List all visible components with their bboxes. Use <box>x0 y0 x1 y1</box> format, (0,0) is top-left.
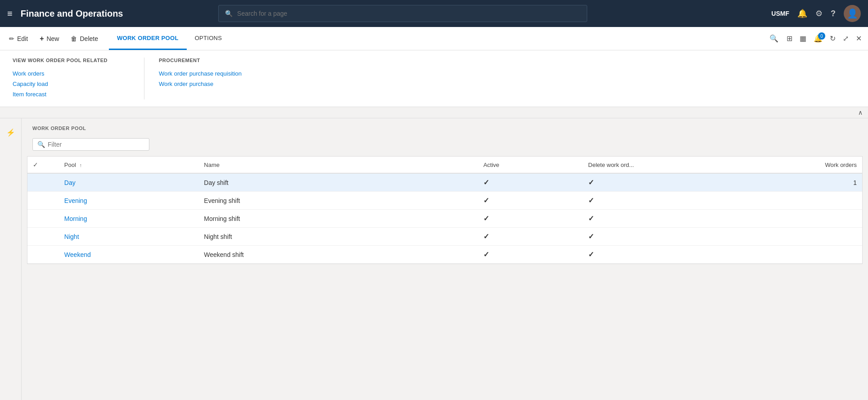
office-icon: ▦ <box>800 35 806 42</box>
nav-right: USMF 🔔 ⚙ ? 👤 <box>771 5 861 22</box>
edit-label: Edit <box>17 35 28 42</box>
row-name-cell: Evening shift <box>198 192 478 210</box>
toolbar-search-button[interactable]: 🔍 <box>766 32 782 45</box>
search-bar: 🔍 <box>218 5 587 22</box>
edit-icon: ✏ <box>9 35 14 42</box>
tab-options[interactable]: OPTIONS <box>187 27 230 50</box>
row-name-cell: Morning shift <box>198 210 478 228</box>
plus-icon: + <box>40 35 44 43</box>
delete-button[interactable]: 🗑 Delete <box>65 27 103 50</box>
toolbar-search-icon: 🔍 <box>769 35 778 42</box>
row-workorders-cell: 1 <box>757 173 862 192</box>
content-area: WORK ORDER POOL 🔍 ✓ Pool ↑ <box>22 118 868 400</box>
col-pool-header[interactable]: Pool ↑ <box>59 157 198 173</box>
dropdown-capacity-load[interactable]: Capacity load <box>13 79 130 89</box>
new-button[interactable]: + New <box>34 27 64 50</box>
company-selector[interactable]: USMF <box>771 10 789 17</box>
table-row[interactable]: Evening Evening shift ✓ ✓ <box>27 192 862 210</box>
row-pool-cell[interactable]: Night <box>59 228 198 246</box>
row-delete-cell: ✓ <box>583 192 757 210</box>
app-title: Finance and Operations <box>21 9 123 19</box>
filter-input-wrap: 🔍 <box>32 138 149 151</box>
row-delete-cell: ✓ <box>583 228 757 246</box>
col-workorders-header: Work orders <box>757 157 862 173</box>
row-pool-cell[interactable]: Morning <box>59 210 198 228</box>
col-name-label: Name <box>204 162 220 168</box>
table-row[interactable]: Morning Morning shift ✓ ✓ <box>27 210 862 228</box>
toolbar-right: 🔍 ⊞ ▦ 🔔 0 ↻ ⤢ ✕ <box>766 27 864 50</box>
row-workorders-cell <box>757 246 862 264</box>
section-header: WORK ORDER POOL <box>22 118 868 135</box>
question-icon: ? <box>831 9 836 18</box>
row-name-cell: Night shift <box>198 228 478 246</box>
filter-icon: ⚡ <box>6 129 15 136</box>
dropdown-item-forecast[interactable]: Item forecast <box>13 89 130 99</box>
dropdown-purchase[interactable]: Work order purchase <box>159 79 242 89</box>
row-delete-cell: ✓ <box>583 210 757 228</box>
col-pool-label: Pool <box>64 162 76 168</box>
row-name-cell: Weekend shift <box>198 246 478 264</box>
close-button[interactable]: ✕ <box>853 32 864 45</box>
row-active-cell: ✓ <box>478 173 583 192</box>
open-new-window-icon: ⤢ <box>843 35 849 42</box>
row-check-cell <box>27 173 59 192</box>
dropdown-section-1: VIEW WORK ORDER POOL RELATED Work orders… <box>13 58 130 99</box>
tab-work-order-pool-label: WORK ORDER POOL <box>117 35 179 41</box>
dropdown-work-orders[interactable]: Work orders <box>13 68 130 79</box>
sort-up-icon: ↑ <box>80 162 82 168</box>
table-row[interactable]: Day Day shift ✓ ✓ 1 <box>27 173 862 192</box>
search-input[interactable] <box>237 10 580 17</box>
row-active-cell: ✓ <box>478 246 583 264</box>
checkmark-icon: ✓ <box>33 161 38 168</box>
help-button[interactable]: ? <box>831 9 836 18</box>
row-workorders-cell <box>757 210 862 228</box>
edit-button[interactable]: ✏ Edit <box>4 27 33 50</box>
col-delete-label: Delete work ord... <box>588 162 634 168</box>
table-row[interactable]: Weekend Weekend shift ✓ ✓ <box>27 246 862 264</box>
col-workorders-label: Work orders <box>825 162 857 168</box>
dropdown-menu: VIEW WORK ORDER POOL RELATED Work orders… <box>0 50 868 107</box>
row-pool-cell[interactable]: Weekend <box>59 246 198 264</box>
filter-input[interactable] <box>48 141 144 148</box>
tab-options-label: OPTIONS <box>195 35 222 41</box>
chevron-up-icon: ∧ <box>858 109 863 116</box>
row-pool-cell[interactable]: Day <box>59 173 198 192</box>
hamburger-button[interactable]: ≡ <box>7 9 13 19</box>
row-pool-cell[interactable]: Evening <box>59 192 198 210</box>
hamburger-icon: ≡ <box>7 9 13 18</box>
filter-search-icon: 🔍 <box>37 141 45 148</box>
row-check-cell <box>27 246 59 264</box>
row-check-cell <box>27 210 59 228</box>
trash-icon: 🗑 <box>71 35 77 42</box>
refresh-icon: ↻ <box>830 35 836 42</box>
notifications-button[interactable]: 🔔 <box>797 9 807 18</box>
col-active-label: Active <box>483 162 499 168</box>
settings-button[interactable]: ⚙ <box>815 9 823 18</box>
personalize-button[interactable]: ⊞ <box>784 32 795 45</box>
dropdown-section-2: PROCUREMENT Work order purchase requisit… <box>159 58 242 99</box>
new-label: New <box>46 35 59 42</box>
open-new-window-button[interactable]: ⤢ <box>840 32 851 45</box>
collapse-row: ∧ <box>0 107 868 118</box>
dropdown-divider <box>144 58 144 99</box>
dropdown-section-1-title: VIEW WORK ORDER POOL RELATED <box>13 58 130 63</box>
data-table-wrap: ✓ Pool ↑ Name Active Delet <box>27 156 863 264</box>
table-row[interactable]: Night Night shift ✓ ✓ <box>27 228 862 246</box>
gear-icon: ⚙ <box>815 9 823 18</box>
sidebar-filter-button[interactable]: ⚡ <box>4 126 18 139</box>
collapse-button[interactable]: ∧ <box>858 109 863 116</box>
row-delete-cell: ✓ <box>583 173 757 192</box>
toolbar-left: ✏ Edit + New 🗑 Delete <box>4 27 103 50</box>
work-order-pool-table: ✓ Pool ↑ Name Active Delet <box>27 157 862 264</box>
top-nav: ≡ Finance and Operations 🔍 USMF 🔔 ⚙ ? 👤 <box>0 0 868 27</box>
notification-badge: 0 <box>818 32 825 40</box>
office-apps-button[interactable]: ▦ <box>797 32 809 45</box>
col-name-header: Name <box>198 157 478 173</box>
avatar[interactable]: 👤 <box>844 5 861 22</box>
col-delete-header: Delete work ord... <box>583 157 757 173</box>
dropdown-section-2-title: PROCUREMENT <box>159 58 242 63</box>
tab-work-order-pool[interactable]: WORK ORDER POOL <box>109 27 187 50</box>
dropdown-purchase-requisition[interactable]: Work order purchase requisition <box>159 68 242 79</box>
row-active-cell: ✓ <box>478 192 583 210</box>
refresh-button[interactable]: ↻ <box>827 32 838 45</box>
